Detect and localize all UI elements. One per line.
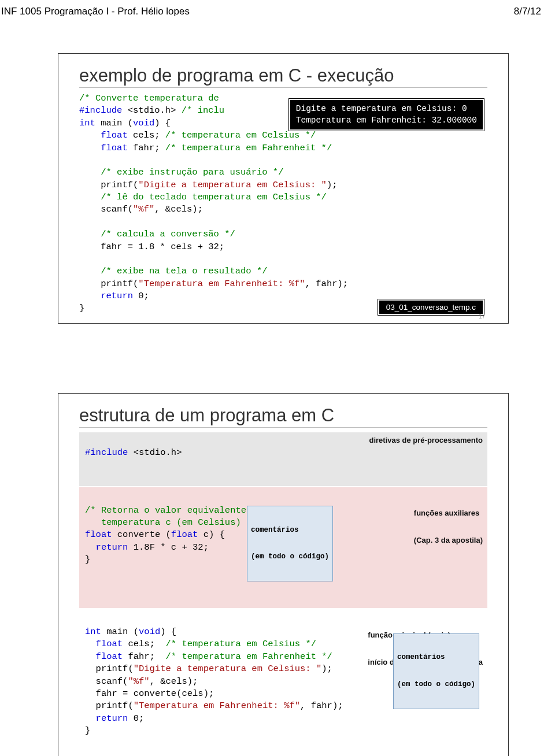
- band-aux-functions: /* Retorna o valor equivalente em Fahren…: [79, 487, 487, 607]
- code-text: cels;: [123, 639, 165, 649]
- code-text: 0;: [128, 713, 144, 724]
- code-text: printf(: [79, 180, 138, 190]
- code-text: #include: [85, 447, 128, 458]
- code-text: [79, 155, 84, 165]
- slide-structure: estrutura de um programa em C #include <…: [58, 393, 509, 756]
- annotation-line: comentários: [397, 653, 475, 662]
- code-text: 0;: [133, 291, 149, 301]
- annotation-line: funções auxiliares: [414, 509, 483, 518]
- code-text: float: [79, 143, 128, 153]
- code-text: #include: [79, 105, 122, 116]
- code-text: int: [79, 118, 95, 128]
- code-text: ) {: [160, 627, 176, 637]
- code-text: );: [321, 664, 332, 674]
- code-text: return: [79, 291, 133, 301]
- output-box: Digite a temperatura em Celsius: 0 Tempe…: [289, 99, 484, 131]
- code-text: main (: [101, 627, 139, 637]
- output-line: Temperatura em Fahrenheit: 32.000000: [296, 115, 477, 127]
- code-text: /* Converte temperatura de: [79, 93, 219, 103]
- code-text: "Temperatura em Fahrenheit: %f": [134, 701, 300, 711]
- code-text: fahr;: [123, 651, 165, 662]
- code-text: , fahr);: [300, 701, 343, 711]
- code-text: <stdio.h>: [128, 447, 182, 458]
- code-text: return: [85, 542, 128, 553]
- code-text: /* exibe na tela o resultado */: [79, 266, 268, 276]
- code-text: "Temperatura em Fahrenheit: %f": [138, 279, 305, 289]
- code-text: fahr = 1.8 * cels + 32;: [79, 242, 224, 252]
- header-left: INF 1005 Programação I - Prof. Hélio lop…: [1, 6, 190, 17]
- annotation-line: (em todo o código): [397, 680, 475, 690]
- code-text: void: [139, 627, 160, 637]
- code-text: temperatura c (em Celsius) */: [85, 517, 257, 528]
- slide-execution: exemplo de programa em C - execução Digi…: [58, 53, 509, 324]
- code-text: cels;: [128, 130, 165, 140]
- slide-pagenum: 17: [479, 313, 485, 320]
- output-line: Digite a temperatura em Celsius: 0: [296, 103, 477, 115]
- code-text: , &cels);: [154, 204, 203, 214]
- code-text: return: [85, 713, 128, 724]
- code-text: "%f": [128, 676, 149, 687]
- code-text: "Digite a temperatura em Celsius: ": [134, 664, 322, 674]
- code-text: float: [85, 529, 112, 540]
- code-text: void: [133, 118, 154, 128]
- code-text: c) {: [198, 529, 225, 540]
- code-text: float: [85, 639, 123, 649]
- spacer: [58, 324, 509, 393]
- code-text: /* lê do teclado temperatura em Celsius …: [79, 192, 327, 202]
- code-text: scanf(: [85, 676, 128, 687]
- page-header: INF 1005 Programação I - Prof. Hélio lop…: [0, 5, 555, 18]
- code-text: printf(: [85, 701, 134, 711]
- annotation-directives: diretivas de pré-processamento: [369, 436, 483, 445]
- annotation-line: comentários: [251, 526, 329, 535]
- code-text: /* temperatura em Celsius */: [165, 130, 316, 140]
- content-area: exemplo de programa em C - execução Digi…: [0, 18, 555, 756]
- annotation-line: (Cap. 3 da apostila): [414, 536, 483, 545]
- code-text: [79, 217, 84, 227]
- code-text: 1.8F * c + 32;: [128, 542, 209, 553]
- code-text: float: [171, 529, 198, 540]
- code-text: int: [85, 627, 101, 637]
- code-text: fahr = converte(cels);: [85, 688, 214, 699]
- band-main: int main (void) { float cels; /* tempera…: [79, 609, 487, 756]
- code-text: scanf(: [79, 204, 133, 214]
- annotation-line: (em todo o código): [251, 553, 329, 562]
- code-text: printf(: [85, 664, 134, 674]
- code-text: }: [85, 725, 90, 736]
- code-text: /* inclu: [182, 105, 224, 116]
- slide-title: exemplo de programa em C - execução: [79, 65, 487, 88]
- code-text: /* temperatura em Celsius */: [166, 639, 316, 649]
- code-text: );: [327, 180, 338, 190]
- code-text: ) {: [154, 118, 171, 128]
- code-text: float: [79, 130, 128, 140]
- code-text: /* temperatura em Fahrenheit */: [166, 651, 332, 662]
- code-text: float: [85, 651, 123, 662]
- code-text: "Digite a temperatura em Celsius: ": [138, 180, 327, 190]
- slide-title: estrutura de um programa em C: [79, 405, 487, 428]
- code-text: fahr;: [128, 143, 165, 153]
- filename-box: 03_01_conversao_temp.c: [378, 299, 484, 315]
- page: INF 1005 Programação I - Prof. Hélio lop…: [0, 0, 555, 756]
- code-text: /* calcula a conversão */: [79, 229, 235, 239]
- annotation-comments-box: comentários (em todo o código): [247, 506, 333, 581]
- band-directives: #include <stdio.h> diretivas de pré-proc…: [79, 432, 487, 487]
- code-text: }: [85, 554, 90, 565]
- code-text: [79, 254, 84, 264]
- annotation-comments-box: comentários (em todo o código): [393, 633, 479, 709]
- header-right: 8/7/12: [514, 6, 541, 17]
- code-text: printf(: [79, 279, 138, 289]
- code-text: "%f": [133, 204, 154, 214]
- annotation-aux: funções auxiliares (Cap. 3 da apostila): [414, 491, 483, 563]
- code-text: , fahr);: [305, 279, 348, 289]
- code-text: }: [79, 303, 84, 313]
- code-text: <stdio.h>: [122, 105, 181, 116]
- code-text: , &cels);: [150, 676, 198, 687]
- code-text: converte (: [112, 529, 171, 540]
- code-text: main (: [95, 118, 133, 128]
- code-text: /* exibe instrução para usuário */: [79, 167, 283, 177]
- code-text: /* temperatura em Fahrenheit */: [165, 143, 332, 153]
